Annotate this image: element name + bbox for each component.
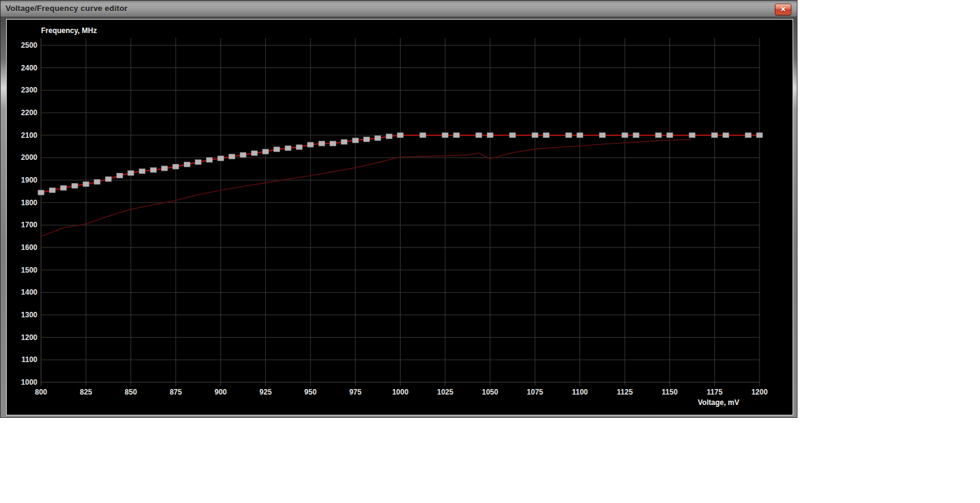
y-tick-label: 2200 (21, 108, 37, 117)
y-tick-label: 1800 (21, 199, 37, 207)
curve-point-marker[interactable] (420, 133, 426, 138)
y-tick-label: 1400 (21, 288, 37, 297)
curve-point-marker[interactable] (745, 133, 752, 138)
default-vf-curve-line (41, 139, 692, 236)
curve-point-marker[interactable] (162, 166, 168, 171)
curve-point-marker[interactable] (274, 147, 280, 152)
x-tick-label: 1150 (662, 388, 677, 396)
curve-point-marker[interactable] (364, 137, 370, 142)
curve-point-marker[interactable] (61, 186, 67, 191)
x-tick-label: 1100 (572, 388, 588, 396)
curve-point-marker[interactable] (307, 142, 314, 147)
curve-point-marker[interactable] (386, 134, 392, 139)
curve-point-marker[interactable] (330, 141, 336, 146)
y-tick-label: 1000 (21, 378, 37, 387)
close-button[interactable]: ✕ (775, 4, 791, 15)
curve-point-marker[interactable] (318, 141, 325, 146)
y-tick-label: 1700 (21, 221, 37, 229)
x-tick-label: 1125 (617, 388, 633, 396)
curve-point-marker[interactable] (510, 133, 516, 138)
x-tick-label: 1025 (437, 388, 453, 396)
desktop-background: Voltage/Frequency curve editor ✕ 8008258… (0, 0, 980, 503)
vf-curve-editor-window: Voltage/Frequency curve editor ✕ 8008258… (0, 0, 797, 418)
x-tick-label: 1175 (707, 388, 723, 396)
curve-point-marker[interactable] (487, 133, 493, 138)
curve-point-marker[interactable] (655, 133, 662, 138)
vf-curve-chart: 8008258508759009259509751000102510501075… (7, 20, 793, 415)
curve-point-marker[interactable] (532, 133, 538, 138)
x-tick-label: 900 (214, 388, 227, 396)
curve-point-marker[interactable] (453, 133, 459, 138)
y-tick-label: 1300 (21, 311, 37, 319)
curve-point-marker[interactable] (633, 133, 639, 138)
x-tick-label: 1000 (392, 388, 409, 396)
x-tick-label: 925 (260, 388, 272, 396)
curve-point-marker[interactable] (72, 183, 78, 188)
curve-point-marker[interactable] (229, 154, 235, 159)
y-tick-label: 1900 (21, 176, 37, 184)
curve-point-marker[interactable] (341, 140, 347, 145)
curve-point-marker[interactable] (666, 133, 673, 138)
curve-point-marker[interactable] (375, 135, 381, 140)
curve-point-marker[interactable] (622, 133, 628, 138)
curve-point-marker[interactable] (251, 151, 257, 156)
y-tick-label: 2000 (21, 153, 37, 162)
y-axis-title: Frequency, MHz (41, 26, 97, 35)
close-icon: ✕ (780, 6, 786, 13)
curve-point-marker[interactable] (442, 133, 448, 138)
curve-point-marker[interactable] (689, 133, 695, 138)
curve-point-marker[interactable] (195, 160, 202, 165)
curve-point-marker[interactable] (712, 133, 718, 138)
curve-point-marker[interactable] (105, 176, 111, 181)
window-title: Voltage/Frequency curve editor (6, 4, 127, 13)
x-axis-title: Voltage, mV (698, 398, 739, 407)
curve-point-marker[interactable] (173, 164, 179, 169)
curve-point-marker[interactable] (217, 156, 224, 161)
x-tick-label: 1050 (482, 388, 499, 396)
curve-point-marker[interactable] (285, 146, 291, 151)
curve-point-marker[interactable] (83, 182, 89, 187)
curve-point-marker[interactable] (476, 133, 482, 138)
curve-point-marker[interactable] (116, 173, 123, 178)
y-tick-label: 2400 (21, 64, 37, 72)
x-tick-label: 1200 (752, 388, 768, 396)
curve-point-marker[interactable] (139, 168, 145, 173)
curve-point-marker[interactable] (296, 145, 303, 149)
x-tick-label: 875 (170, 388, 182, 396)
x-tick-label: 800 (35, 388, 47, 396)
x-tick-label: 950 (304, 388, 317, 396)
curve-point-marker[interactable] (128, 170, 134, 175)
curve-point-marker[interactable] (184, 162, 190, 167)
curve-point-marker[interactable] (240, 153, 246, 157)
y-tick-label: 1200 (21, 333, 37, 342)
y-tick-label: 2500 (21, 41, 37, 50)
curve-point-marker[interactable] (756, 133, 763, 138)
curve-point-marker[interactable] (38, 190, 44, 195)
y-tick-label: 1600 (21, 243, 37, 252)
curve-point-marker[interactable] (206, 157, 213, 162)
curve-point-marker[interactable] (94, 180, 100, 184)
curve-point-marker[interactable] (543, 133, 549, 138)
y-tick-label: 1100 (21, 355, 37, 364)
curve-point-marker[interactable] (723, 133, 729, 138)
curve-point-marker[interactable] (150, 168, 156, 173)
curve-point-marker[interactable] (565, 133, 571, 138)
curve-point-marker[interactable] (577, 133, 583, 138)
curve-point-marker[interactable] (352, 138, 358, 143)
y-tick-label: 2300 (21, 86, 37, 94)
y-tick-label: 1500 (21, 266, 37, 274)
curve-point-marker[interactable] (263, 149, 269, 154)
curve-point-marker[interactable] (599, 133, 605, 138)
curve-point-marker[interactable] (49, 188, 55, 193)
x-tick-label: 850 (125, 388, 137, 396)
x-tick-label: 825 (80, 388, 92, 396)
y-tick-label: 2100 (21, 131, 37, 140)
x-tick-label: 975 (349, 388, 361, 396)
curve-chart-area[interactable]: 8008258508759009259509751000102510501075… (6, 19, 793, 415)
curve-point-marker[interactable] (398, 133, 404, 138)
window-titlebar[interactable]: Voltage/Frequency curve editor ✕ (1, 1, 797, 17)
x-tick-label: 1075 (527, 388, 543, 396)
